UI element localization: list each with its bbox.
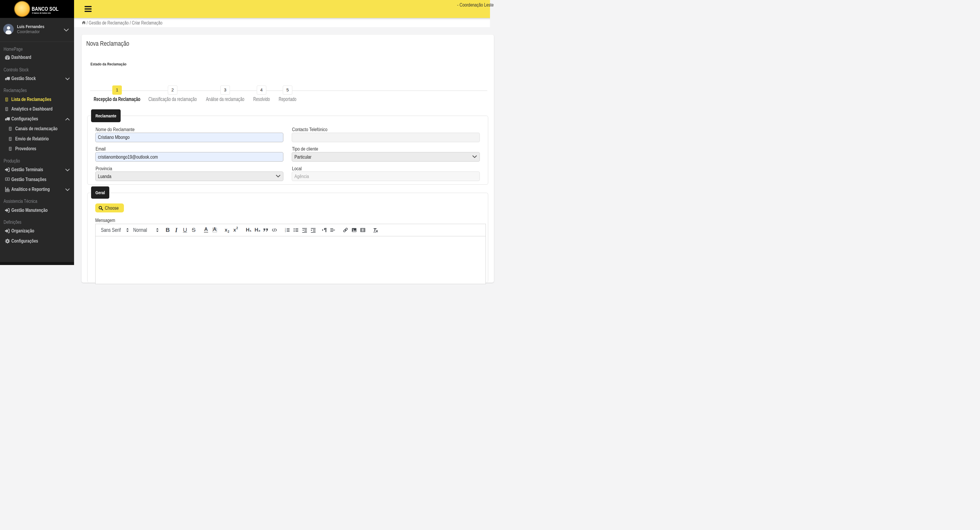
svg-text:3: 3 (285, 230, 286, 232)
